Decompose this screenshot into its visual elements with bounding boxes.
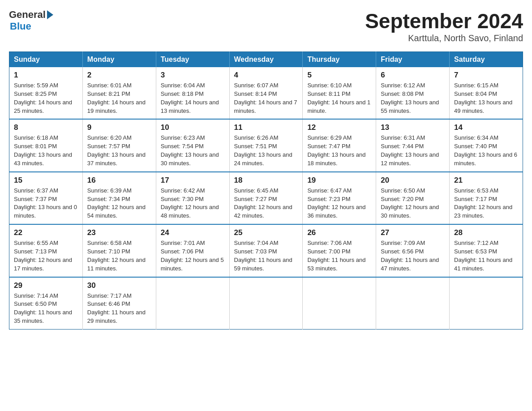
day-info: Sunrise: 6:20 AMSunset: 7:57 PMDaylight:… [87, 134, 146, 167]
day-info: Sunrise: 6:12 AMSunset: 8:08 PMDaylight:… [381, 82, 439, 114]
calendar-cell: 3 Sunrise: 6:04 AMSunset: 8:18 PMDayligh… [156, 67, 229, 119]
day-number: 25 [234, 228, 298, 237]
day-info: Sunrise: 6:37 AMSunset: 7:37 PMDaylight:… [14, 187, 77, 219]
day-info: Sunrise: 6:29 AMSunset: 7:47 PMDaylight:… [307, 134, 365, 167]
day-number: 29 [14, 281, 78, 290]
calendar-cell: 5 Sunrise: 6:10 AMSunset: 8:11 PMDayligh… [303, 67, 376, 119]
day-number: 3 [161, 71, 225, 80]
day-number: 4 [234, 71, 298, 80]
calendar-week-row: 29 Sunrise: 7:14 AMSunset: 6:50 PMDaylig… [9, 277, 523, 330]
calendar-cell: 23 Sunrise: 6:58 AMSunset: 7:10 PMDaylig… [82, 224, 156, 277]
day-info: Sunrise: 6:42 AMSunset: 7:30 PMDaylight:… [161, 187, 219, 219]
calendar-week-row: 22 Sunrise: 6:55 AMSunset: 7:13 PMDaylig… [9, 224, 523, 277]
day-number: 27 [381, 228, 445, 237]
calendar-cell: 27 Sunrise: 7:09 AMSunset: 6:56 PMDaylig… [376, 224, 450, 277]
calendar-cell: 14 Sunrise: 6:34 AMSunset: 7:40 PMDaylig… [450, 119, 523, 171]
calendar-cell: 21 Sunrise: 6:53 AMSunset: 7:17 PMDaylig… [450, 172, 523, 224]
day-info: Sunrise: 6:07 AMSunset: 8:14 PMDaylight:… [234, 82, 297, 114]
calendar-cell: 10 Sunrise: 6:23 AMSunset: 7:54 PMDaylig… [156, 119, 229, 171]
day-of-week-header: Sunday [9, 52, 83, 68]
day-info: Sunrise: 6:50 AMSunset: 7:20 PMDaylight:… [381, 187, 439, 219]
title-block: September 2024 Karttula, North Savo, Fin… [365, 9, 523, 43]
day-info: Sunrise: 6:34 AMSunset: 7:40 PMDaylight:… [454, 134, 517, 167]
calendar-cell: 19 Sunrise: 6:47 AMSunset: 7:23 PMDaylig… [303, 172, 376, 224]
calendar-cell: 24 Sunrise: 7:01 AMSunset: 7:06 PMDaylig… [156, 224, 229, 277]
calendar-cell: 8 Sunrise: 6:18 AMSunset: 8:01 PMDayligh… [9, 119, 83, 171]
day-info: Sunrise: 6:10 AMSunset: 8:11 PMDaylight:… [307, 82, 370, 114]
day-info: Sunrise: 6:45 AMSunset: 7:27 PMDaylight:… [234, 187, 292, 219]
day-info: Sunrise: 6:18 AMSunset: 8:01 PMDaylight:… [14, 134, 72, 167]
logo-blue-text: Blue [10, 21, 31, 32]
day-number: 28 [454, 228, 518, 237]
day-info: Sunrise: 6:31 AMSunset: 7:44 PMDaylight:… [381, 134, 439, 167]
day-info: Sunrise: 6:47 AMSunset: 7:23 PMDaylight:… [307, 187, 365, 219]
day-number: 22 [14, 228, 78, 237]
day-number: 24 [161, 228, 225, 237]
day-number: 6 [381, 71, 445, 80]
day-info: Sunrise: 6:15 AMSunset: 8:04 PMDaylight:… [454, 82, 512, 114]
calendar-cell: 26 Sunrise: 7:06 AMSunset: 7:00 PMDaylig… [303, 224, 376, 277]
calendar-cell: 16 Sunrise: 6:39 AMSunset: 7:34 PMDaylig… [82, 172, 156, 224]
day-of-week-header: Monday [82, 52, 156, 68]
calendar-cell: 2 Sunrise: 6:01 AMSunset: 8:21 PMDayligh… [82, 67, 156, 119]
day-of-week-header: Saturday [450, 52, 523, 68]
calendar-cell: 15 Sunrise: 6:37 AMSunset: 7:37 PMDaylig… [9, 172, 83, 224]
day-number: 17 [161, 176, 225, 185]
day-info: Sunrise: 6:58 AMSunset: 7:10 PMDaylight:… [87, 240, 146, 272]
calendar-cell [303, 277, 376, 330]
day-number: 19 [307, 176, 371, 185]
calendar-table: SundayMondayTuesdayWednesdayThursdayFrid… [9, 51, 523, 330]
day-info: Sunrise: 5:59 AMSunset: 8:25 PMDaylight:… [14, 82, 72, 114]
day-number: 2 [87, 71, 151, 80]
day-number: 11 [234, 123, 298, 132]
day-number: 7 [454, 71, 518, 80]
calendar-cell: 1 Sunrise: 5:59 AMSunset: 8:25 PMDayligh… [9, 67, 83, 119]
calendar-cell [229, 277, 303, 330]
day-info: Sunrise: 6:23 AMSunset: 7:54 PMDaylight:… [161, 134, 219, 167]
calendar-cell: 20 Sunrise: 6:50 AMSunset: 7:20 PMDaylig… [376, 172, 450, 224]
day-number: 20 [381, 176, 445, 185]
day-number: 18 [234, 176, 298, 185]
day-info: Sunrise: 7:14 AMSunset: 6:50 PMDaylight:… [14, 292, 72, 325]
logo-general-text: General [9, 9, 46, 21]
calendar-cell: 17 Sunrise: 6:42 AMSunset: 7:30 PMDaylig… [156, 172, 229, 224]
day-info: Sunrise: 7:06 AMSunset: 7:00 PMDaylight:… [307, 240, 365, 272]
day-info: Sunrise: 7:09 AMSunset: 6:56 PMDaylight:… [381, 240, 439, 272]
day-number: 5 [307, 71, 371, 80]
calendar-cell [156, 277, 229, 330]
day-info: Sunrise: 6:55 AMSunset: 7:13 PMDaylight:… [14, 240, 72, 272]
day-number: 26 [307, 228, 371, 237]
day-info: Sunrise: 6:26 AMSunset: 7:51 PMDaylight:… [234, 134, 292, 167]
calendar-cell: 30 Sunrise: 7:17 AMSunset: 6:46 PMDaylig… [82, 277, 156, 330]
page-header: General Blue September 2024 Karttula, No… [9, 9, 523, 43]
calendar-cell: 6 Sunrise: 6:12 AMSunset: 8:08 PMDayligh… [376, 67, 450, 119]
calendar-cell: 11 Sunrise: 6:26 AMSunset: 7:51 PMDaylig… [229, 119, 303, 171]
calendar-subtitle: Karttula, North Savo, Finland [365, 33, 523, 43]
day-number: 14 [454, 123, 518, 132]
day-number: 1 [14, 71, 78, 80]
day-number: 13 [381, 123, 445, 132]
day-info: Sunrise: 6:39 AMSunset: 7:34 PMDaylight:… [87, 187, 146, 219]
calendar-week-row: 1 Sunrise: 5:59 AMSunset: 8:25 PMDayligh… [9, 67, 523, 119]
calendar-week-row: 15 Sunrise: 6:37 AMSunset: 7:37 PMDaylig… [9, 172, 523, 224]
day-info: Sunrise: 6:53 AMSunset: 7:17 PMDaylight:… [454, 187, 512, 219]
calendar-cell: 25 Sunrise: 7:04 AMSunset: 7:03 PMDaylig… [229, 224, 303, 277]
day-number: 16 [87, 176, 151, 185]
day-info: Sunrise: 6:04 AMSunset: 8:18 PMDaylight:… [161, 82, 219, 114]
day-info: Sunrise: 7:12 AMSunset: 6:53 PMDaylight:… [454, 240, 512, 272]
calendar-cell: 18 Sunrise: 6:45 AMSunset: 7:27 PMDaylig… [229, 172, 303, 224]
calendar-cell: 28 Sunrise: 7:12 AMSunset: 6:53 PMDaylig… [450, 224, 523, 277]
logo: General Blue [9, 9, 53, 32]
day-number: 30 [87, 281, 151, 290]
day-info: Sunrise: 7:17 AMSunset: 6:46 PMDaylight:… [87, 292, 146, 325]
day-number: 15 [14, 176, 78, 185]
day-number: 23 [87, 228, 151, 237]
day-number: 12 [307, 123, 371, 132]
day-of-week-header: Friday [376, 52, 450, 68]
day-info: Sunrise: 7:01 AMSunset: 7:06 PMDaylight:… [161, 240, 224, 272]
day-number: 21 [454, 176, 518, 185]
day-number: 10 [161, 123, 225, 132]
calendar-week-row: 8 Sunrise: 6:18 AMSunset: 8:01 PMDayligh… [9, 119, 523, 171]
calendar-cell: 13 Sunrise: 6:31 AMSunset: 7:44 PMDaylig… [376, 119, 450, 171]
day-of-week-header: Tuesday [156, 52, 229, 68]
